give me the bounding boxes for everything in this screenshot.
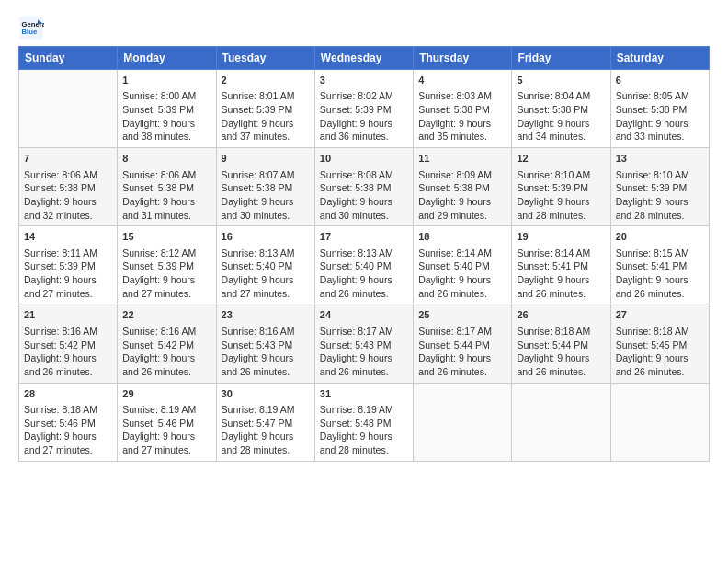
day-info: Daylight: 9 hours [517, 351, 605, 365]
day-info: and 34 minutes. [517, 130, 605, 144]
calendar-cell: 26Sunrise: 8:18 AMSunset: 5:44 PMDayligh… [512, 304, 610, 383]
day-number: 1 [122, 74, 210, 87]
day-info: Sunset: 5:38 PM [418, 181, 506, 195]
day-info: Sunset: 5:46 PM [24, 417, 112, 431]
calendar-cell [610, 383, 709, 461]
day-info: Daylight: 9 hours [616, 351, 704, 365]
day-number: 18 [418, 230, 506, 244]
svg-text:General: General [22, 20, 45, 29]
day-info: Sunset: 5:39 PM [222, 103, 310, 117]
logo: General Blue [18, 15, 48, 40]
header-wednesday: Wednesday [314, 47, 413, 70]
header-thursday: Thursday [414, 47, 512, 70]
day-info: Daylight: 9 hours [122, 351, 210, 365]
day-info: and 26 minutes. [517, 365, 605, 379]
calendar-cell: 5Sunrise: 8:04 AMSunset: 5:38 PMDaylight… [512, 70, 610, 148]
day-info: Sunrise: 8:18 AM [24, 403, 112, 417]
week-row-2: 7Sunrise: 8:06 AMSunset: 5:38 PMDaylight… [19, 148, 710, 226]
day-info: Sunrise: 8:05 AM [616, 89, 704, 103]
day-info: Daylight: 9 hours [320, 195, 408, 209]
week-row-1: 1Sunrise: 8:00 AMSunset: 5:39 PMDaylight… [19, 70, 710, 148]
calendar-cell: 28Sunrise: 8:18 AMSunset: 5:46 PMDayligh… [19, 383, 118, 461]
calendar-cell: 22Sunrise: 8:16 AMSunset: 5:42 PMDayligh… [118, 304, 216, 383]
day-number: 20 [616, 230, 704, 244]
day-number: 8 [122, 152, 210, 166]
week-row-5: 28Sunrise: 8:18 AMSunset: 5:46 PMDayligh… [19, 383, 710, 461]
day-number: 28 [24, 387, 112, 401]
calendar-cell: 31Sunrise: 8:19 AMSunset: 5:48 PMDayligh… [314, 383, 413, 461]
calendar-cell: 9Sunrise: 8:07 AMSunset: 5:38 PMDaylight… [216, 148, 314, 226]
day-number: 6 [616, 74, 704, 87]
day-info: Sunset: 5:40 PM [320, 259, 408, 273]
day-info: and 28 minutes. [616, 209, 704, 223]
day-info: Sunrise: 8:16 AM [122, 325, 210, 339]
day-info: and 29 minutes. [418, 209, 506, 223]
day-number: 27 [616, 308, 704, 322]
day-number: 30 [222, 387, 310, 401]
calendar-cell: 30Sunrise: 8:19 AMSunset: 5:47 PMDayligh… [216, 383, 314, 461]
day-info: Daylight: 9 hours [418, 273, 506, 287]
calendar-cell: 14Sunrise: 8:11 AMSunset: 5:39 PMDayligh… [19, 226, 118, 304]
day-info: Sunset: 5:45 PM [616, 339, 704, 352]
calendar-cell: 18Sunrise: 8:14 AMSunset: 5:40 PMDayligh… [414, 226, 512, 304]
day-info: Sunrise: 8:16 AM [222, 325, 310, 339]
day-info: Daylight: 9 hours [122, 195, 210, 209]
day-info: Daylight: 9 hours [616, 117, 704, 131]
day-number: 7 [24, 152, 112, 166]
day-info: Sunset: 5:39 PM [122, 103, 210, 117]
day-info: Daylight: 9 hours [517, 195, 605, 209]
day-info: Sunrise: 8:06 AM [122, 168, 210, 182]
calendar-cell: 10Sunrise: 8:08 AMSunset: 5:38 PMDayligh… [314, 148, 413, 226]
day-info: and 26 minutes. [320, 365, 408, 379]
day-info: and 27 minutes. [24, 287, 112, 301]
day-info: and 26 minutes. [418, 365, 506, 379]
day-info: Sunrise: 8:00 AM [122, 89, 210, 103]
calendar-cell: 21Sunrise: 8:16 AMSunset: 5:42 PMDayligh… [19, 304, 118, 383]
day-info: Sunrise: 8:10 AM [616, 168, 704, 182]
calendar-cell: 29Sunrise: 8:19 AMSunset: 5:46 PMDayligh… [118, 383, 216, 461]
day-number: 15 [122, 230, 210, 244]
day-info: Daylight: 9 hours [418, 351, 506, 365]
day-info: Sunset: 5:39 PM [517, 181, 605, 195]
calendar-cell: 4Sunrise: 8:03 AMSunset: 5:38 PMDaylight… [414, 70, 512, 148]
day-number: 9 [222, 152, 310, 166]
day-number: 16 [222, 230, 310, 244]
calendar-cell: 1Sunrise: 8:00 AMSunset: 5:39 PMDaylight… [118, 70, 216, 148]
day-info: and 26 minutes. [122, 365, 210, 379]
week-row-3: 14Sunrise: 8:11 AMSunset: 5:39 PMDayligh… [19, 226, 710, 304]
day-number: 25 [418, 308, 506, 322]
day-info: and 35 minutes. [418, 130, 506, 144]
day-number: 3 [320, 74, 408, 87]
day-info: Daylight: 9 hours [24, 351, 112, 365]
day-info: Sunrise: 8:18 AM [517, 325, 605, 339]
day-info: Sunset: 5:43 PM [222, 339, 310, 352]
day-info: Daylight: 9 hours [418, 117, 506, 131]
day-info: Sunrise: 8:02 AM [320, 89, 408, 103]
day-info: Daylight: 9 hours [320, 351, 408, 365]
calendar-cell: 17Sunrise: 8:13 AMSunset: 5:40 PMDayligh… [314, 226, 413, 304]
calendar-header-row: SundayMondayTuesdayWednesdayThursdayFrid… [19, 47, 710, 70]
calendar-cell: 20Sunrise: 8:15 AMSunset: 5:41 PMDayligh… [610, 226, 709, 304]
day-info: Sunrise: 8:03 AM [418, 89, 506, 103]
day-info: Sunset: 5:38 PM [517, 103, 605, 117]
day-number: 11 [418, 152, 506, 166]
day-info: Sunrise: 8:13 AM [222, 247, 310, 260]
day-info: Daylight: 9 hours [616, 273, 704, 287]
day-info: and 27 minutes. [222, 287, 310, 301]
day-number: 12 [517, 152, 605, 166]
day-info: and 30 minutes. [320, 209, 408, 223]
day-info: Sunrise: 8:16 AM [24, 325, 112, 339]
day-info: Sunset: 5:42 PM [122, 339, 210, 352]
day-info: and 26 minutes. [24, 365, 112, 379]
calendar-cell: 11Sunrise: 8:09 AMSunset: 5:38 PMDayligh… [414, 148, 512, 226]
day-info: Daylight: 9 hours [320, 430, 408, 443]
day-info: Sunrise: 8:19 AM [320, 403, 408, 417]
day-info: Sunset: 5:38 PM [222, 181, 310, 195]
day-info: Sunset: 5:38 PM [616, 103, 704, 117]
day-info: Sunset: 5:41 PM [616, 259, 704, 273]
day-info: Daylight: 9 hours [222, 273, 310, 287]
day-info: Sunrise: 8:07 AM [222, 168, 310, 182]
day-info: Daylight: 9 hours [222, 351, 310, 365]
day-info: Sunset: 5:42 PM [24, 339, 112, 352]
calendar-cell: 8Sunrise: 8:06 AMSunset: 5:38 PMDaylight… [118, 148, 216, 226]
